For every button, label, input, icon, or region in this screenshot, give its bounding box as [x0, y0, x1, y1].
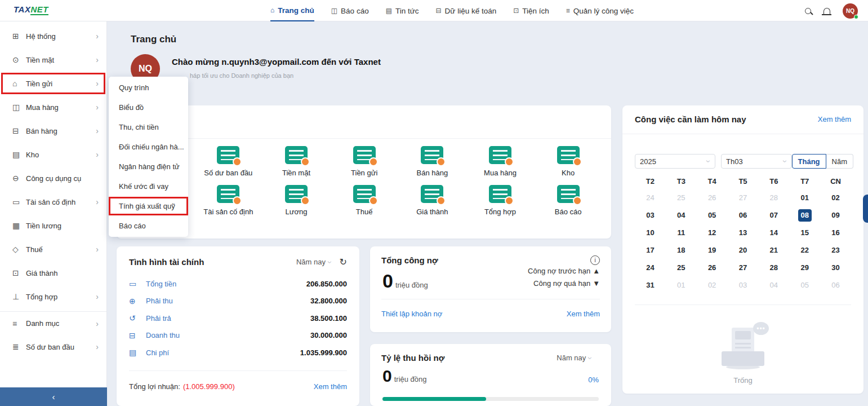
calendar-day[interactable]: 01 [666, 276, 697, 294]
calendar-day[interactable]: 03 [728, 276, 759, 294]
calendar-day[interactable]: 29 [789, 259, 820, 276]
calendar-day[interactable]: 24 [635, 259, 666, 276]
calendar-day[interactable]: 20 [728, 241, 759, 259]
calendar-day[interactable]: 26 [697, 259, 728, 276]
shortcut-tien-mat[interactable]: Tiền mặt [262, 146, 331, 177]
notifications-bell-icon[interactable] [824, 8, 830, 14]
calendar-day[interactable]: 07 [758, 206, 789, 224]
setup-debt-link[interactable]: Thiết lập khoản nợ [381, 310, 442, 318]
nav-du-lieu-ke-toan[interactable]: ⊟ Dữ liệu kế toán [436, 0, 497, 21]
calendar-day[interactable]: 28 [758, 189, 789, 206]
calendar-day[interactable]: 03 [635, 206, 666, 224]
submenu-quy-trinh[interactable]: Quy trình [109, 78, 188, 98]
taxnet-logo[interactable]: TAXNET [14, 5, 48, 14]
year-select[interactable]: 2025 › [635, 154, 715, 169]
calendar-day[interactable]: 22 [789, 241, 820, 259]
sidebar-item-thue[interactable]: ◇ Thuế › [0, 237, 106, 261]
calendar-day[interactable]: 27 [728, 259, 759, 276]
calendar-day[interactable]: 23 [820, 241, 851, 259]
calendar-day[interactable]: 02 [697, 276, 728, 294]
sidebar-item-tai-san-co-dinh[interactable]: ▭ Tài sản cố định › [0, 190, 106, 214]
submenu-bieu-do[interactable]: Biểu đồ [109, 98, 188, 117]
nav-bao-cao[interactable]: ◫ Báo cáo [331, 0, 369, 21]
user-avatar[interactable]: NQ [843, 3, 858, 19]
month-mode-button[interactable]: Tháng [792, 154, 826, 169]
calendar-day[interactable]: 18 [666, 241, 697, 259]
submenu-bao-cao[interactable]: Báo cáo [109, 216, 188, 236]
calendar-day[interactable]: 13 [728, 224, 759, 241]
calendar-day[interactable]: 25 [666, 259, 697, 276]
calendar-day[interactable]: 10 [635, 224, 666, 241]
sidebar-item-cong-cu-dung-cu[interactable]: ⊖ Công cụ dụng cụ [0, 166, 106, 190]
sidebar-item-mua-hang[interactable]: ◫ Mua hàng › [0, 95, 106, 119]
nav-tien-ich[interactable]: ⊡ Tiện ích [513, 0, 549, 21]
shortcut-tai-san-co-dinh[interactable]: Tài sản cố định [194, 185, 262, 216]
refresh-icon[interactable]: ↻ [340, 257, 347, 267]
shortcut-luong[interactable]: Lương [262, 185, 331, 216]
calendar-day[interactable]: 01 [789, 189, 820, 206]
calendar-day[interactable]: 06 [728, 206, 759, 224]
search-icon[interactable] [805, 8, 811, 14]
recovery-period-select[interactable]: Năm nay [557, 354, 586, 362]
sidebar-item-tong-hop[interactable]: ⊥ Tổng hợp › [0, 285, 106, 308]
calendar-day[interactable]: 19 [697, 241, 728, 259]
finance-row-phai-tra[interactable]: ↺ Phải trả 38.500.100 [129, 310, 347, 327]
nav-quan-ly-cong-viec[interactable]: ≡ Quản lý công việc [566, 0, 634, 21]
finance-row-chi-phi[interactable]: ▤ Chi phí 1.035.999.900 [129, 344, 347, 361]
shortcut-gia-thanh[interactable]: Giá thành [398, 185, 466, 216]
calendar-day[interactable]: 30 [820, 259, 851, 276]
calendar-day[interactable]: 11 [666, 224, 697, 241]
shortcut-ban-hang[interactable]: Bán hàng [398, 146, 466, 177]
sidebar-item-tien-mat[interactable]: ⊙ Tiền mặt › [0, 48, 106, 72]
calendar-day[interactable]: 26 [697, 189, 728, 206]
shortcut-tien-gui[interactable]: Tiền gửi [330, 146, 398, 177]
calendar-day[interactable]: 27 [728, 189, 759, 206]
sidebar-collapse-button[interactable]: ‹ [0, 387, 107, 406]
calendar-day[interactable]: 12 [697, 224, 728, 241]
finance-row-doanh-thu[interactable]: ⊟ Doanh thu 30.000.000 [129, 327, 347, 345]
shortcut-thue[interactable]: Thuế [330, 185, 398, 216]
calendar-day[interactable]: 31 [635, 276, 666, 294]
calendar-day[interactable]: 21 [758, 241, 789, 259]
sidebar-item-kho[interactable]: ▤ Kho › [0, 143, 106, 166]
sidebar-item-he-thong[interactable]: ⊞ Hệ thống › [0, 24, 106, 48]
shortcut-so-du-ban-dau[interactable]: Số dư ban đầu [194, 146, 262, 177]
calendar-day[interactable]: 05 [697, 206, 728, 224]
month-select[interactable]: Th03 › [721, 154, 791, 169]
calendar-day[interactable]: 16 [820, 224, 851, 241]
submenu-thu-chi-tien[interactable]: Thu, chi tiền [109, 117, 188, 137]
sidebar-item-ban-hang[interactable]: ⊟ Bán hàng › [0, 119, 106, 143]
calendar-day[interactable]: 15 [789, 224, 820, 241]
calendar-day[interactable]: 04 [758, 276, 789, 294]
debt-see-more-link[interactable]: Xem thêm [567, 310, 600, 318]
calendar-day[interactable]: 09 [820, 206, 851, 224]
finance-period-select[interactable]: Năm nay [296, 258, 326, 266]
calendar-day[interactable]: 05 [789, 276, 820, 294]
calendar-day[interactable]: 28 [758, 259, 789, 276]
submenu-tinh-gia-xuat-quy[interactable]: Tính giá xuất quỹ [109, 196, 188, 216]
sidebar-item-tien-gui[interactable]: ⌂ Tiền gửi › [0, 72, 106, 95]
calendar-day[interactable]: 25 [666, 189, 697, 206]
edge-panel-toggle[interactable] [863, 195, 868, 223]
sidebar-item-gia-thanh[interactable]: ⊡ Giá thành [0, 261, 106, 285]
calendar-day[interactable]: 08 [789, 206, 820, 224]
calendar-day[interactable]: 17 [635, 241, 666, 259]
submenu-khe-uoc-di-vay[interactable]: Khế ước đi vay [109, 176, 188, 196]
year-mode-button[interactable]: Năm [826, 154, 853, 169]
calendar-day[interactable]: 24 [635, 189, 666, 206]
finance-see-more-link[interactable]: Xem thêm [314, 382, 347, 391]
calendar-day[interactable]: 06 [820, 276, 851, 294]
shortcut-mua-hang[interactable]: Mua hàng [466, 146, 535, 177]
shortcut-kho[interactable]: Kho [534, 146, 602, 177]
calendar-day[interactable]: 04 [666, 206, 697, 224]
sidebar-item-tien-luong[interactable]: ▦ Tiền lương [0, 214, 106, 237]
shortcut-bao-cao[interactable]: Báo cáo [534, 185, 602, 216]
info-icon[interactable]: i [590, 255, 600, 265]
submenu-ngan-hang-dien-tu[interactable]: Ngân hàng điện tử [109, 157, 188, 176]
sidebar-item-so-du-ban-dau[interactable]: ≣ Số dư ban đầu › [0, 335, 106, 359]
tasks-see-more-link[interactable]: Xem thêm [818, 115, 851, 123]
finance-row-phai-thu[interactable]: ⊕ Phải thu 32.800.000 [129, 293, 347, 310]
calendar-day[interactable]: 02 [820, 189, 851, 206]
sidebar-item-danh-muc[interactable]: ≡ Danh mục › [0, 311, 106, 335]
nav-tin-tuc[interactable]: ▤ Tin tức [386, 0, 419, 21]
